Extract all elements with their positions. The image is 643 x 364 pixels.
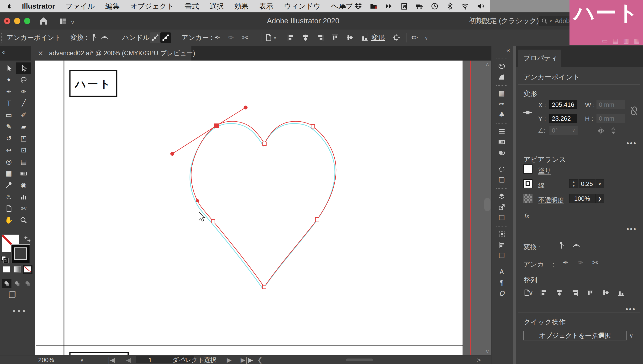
handle-end[interactable]	[196, 200, 199, 202]
prop-align-left-button[interactable]	[538, 288, 549, 298]
selection-tool[interactable]	[2, 62, 16, 74]
none-button[interactable]	[23, 265, 33, 274]
opacity-panel-arrow[interactable]: ❯	[595, 194, 604, 203]
gradient-tool[interactable]	[16, 168, 31, 179]
y-field[interactable]: 23.262	[549, 114, 577, 123]
align-center-button[interactable]	[300, 32, 311, 43]
pen-tool[interactable]: ✒	[2, 86, 16, 98]
prop-cut-path-button[interactable]: ✄	[590, 258, 600, 268]
slice-tool[interactable]: ✄	[16, 202, 31, 214]
cut-path-button[interactable]: ✄	[240, 32, 250, 43]
first-artboard-icon[interactable]: |◀	[108, 357, 115, 363]
symbols-panel-icon[interactable]: ♣	[496, 110, 507, 119]
handle-end[interactable]	[244, 106, 247, 109]
scroll-down-icon[interactable]: ∨	[484, 349, 491, 354]
last-artboard-icon[interactable]: ▶|	[241, 357, 248, 363]
zoom-level[interactable]: 200%	[38, 356, 54, 364]
bluetooth-icon[interactable]	[446, 2, 454, 10]
eraser-tool[interactable]: ▰	[16, 121, 31, 132]
menu-type[interactable]: 書式	[179, 2, 204, 11]
appearance-panel-icon[interactable]	[496, 165, 507, 174]
fill-label[interactable]: 塗り	[538, 166, 551, 175]
menu-effect[interactable]: 効果	[229, 2, 254, 11]
symbol-sprayer-tool[interactable]: ♨	[2, 191, 16, 202]
prop-align-center-button[interactable]	[554, 288, 564, 298]
menu-view[interactable]: 表示	[254, 2, 279, 11]
fill-color-swatch[interactable]	[523, 164, 532, 174]
transform-link[interactable]: 変形	[371, 33, 385, 42]
default-fill-stroke-icon[interactable]	[1, 256, 8, 263]
align-right-button[interactable]	[315, 32, 326, 43]
stroke-panel-icon[interactable]	[496, 127, 507, 136]
next-artboard-icon[interactable]: ▶	[227, 357, 232, 363]
lasso-tool[interactable]	[16, 74, 31, 86]
menu-window[interactable]: ウィンドウ	[279, 2, 326, 11]
hide-handles-button[interactable]	[150, 32, 160, 43]
appearance-more-options[interactable]: •••	[626, 225, 637, 233]
prop-align-right-button[interactable]	[569, 288, 580, 298]
hand-tool[interactable]: ✋	[2, 214, 16, 226]
transparency-panel-icon[interactable]	[496, 148, 507, 157]
panel-grip[interactable]	[2, 33, 3, 42]
dropbox-icon[interactable]	[354, 2, 362, 10]
scroll-right-icon[interactable]: >	[476, 357, 481, 363]
artboard-tool[interactable]	[2, 202, 16, 214]
screen-mode-button[interactable]: ❐	[9, 291, 16, 299]
arrange-documents-chevron-icon[interactable]: ∨	[71, 20, 75, 25]
pathfinder-panel-icon[interactable]: ❒	[496, 252, 507, 260]
stroke-weight-field[interactable]: 0.25	[579, 179, 595, 188]
convert-to-smooth-button[interactable]	[99, 32, 110, 43]
gradient-button[interactable]	[13, 265, 22, 274]
menu-object[interactable]: オブジェクト	[125, 2, 179, 11]
prop-add-anchor-button[interactable]: ✒	[560, 258, 571, 268]
rectangle-tool[interactable]: ▭	[2, 109, 16, 121]
select-objects-button[interactable]: オブジェクトを一括選択	[523, 331, 626, 340]
stroke-swatch[interactable]	[12, 244, 30, 263]
stroke-color-swatch[interactable]	[523, 179, 532, 188]
rotate-tool[interactable]: ↺	[2, 132, 16, 144]
artboard-select[interactable]: ∨	[265, 34, 276, 42]
reference-point-icon[interactable]	[522, 107, 533, 118]
brushes-panel-icon[interactable]: ✏	[496, 100, 507, 108]
link-dimensions-icon[interactable]	[629, 106, 639, 116]
opentype-panel-icon[interactable]: O	[496, 290, 507, 298]
graphic-styles-panel-icon[interactable]: ❑	[496, 176, 507, 184]
draw-normal-button[interactable]	[2, 279, 12, 288]
apple-menu[interactable]	[0, 2, 17, 10]
width-tool[interactable]: ↔	[2, 144, 16, 156]
export-panel-icon[interactable]	[496, 203, 507, 212]
color-guide-panel-icon[interactable]	[496, 73, 507, 81]
pencil-options-icon[interactable]: ✏	[411, 34, 418, 42]
automator-icon[interactable]	[415, 2, 423, 10]
transform-more-options[interactable]: •••	[626, 139, 637, 147]
vertical-scrollbar[interactable]: ∧ ∨	[484, 62, 491, 354]
shape-builder-tool[interactable]: ◎	[2, 156, 16, 168]
fx-label[interactable]: fx.	[524, 213, 531, 220]
previous-artboard-icon[interactable]: ◀	[126, 357, 131, 363]
align-top-button[interactable]	[330, 32, 340, 43]
zoom-tool[interactable]	[16, 214, 31, 226]
draw-behind-button[interactable]	[13, 279, 22, 288]
paragraph-panel-icon[interactable]: ¶	[496, 279, 507, 287]
prop-align-top-button[interactable]	[585, 288, 595, 298]
arrange-documents-icon[interactable]	[59, 17, 67, 25]
curvature-tool[interactable]: ✑	[16, 86, 31, 98]
stroke-weight-chevron[interactable]: ∨	[595, 179, 604, 188]
prop-remove-anchor-button[interactable]: ✑	[575, 258, 586, 268]
eyedropper-tool[interactable]	[2, 179, 16, 191]
swatches-panel-icon[interactable]: ▦	[496, 89, 507, 98]
tab-properties[interactable]: プロパティ	[518, 50, 561, 67]
gradient-panel-icon[interactable]	[496, 138, 507, 146]
prop-align-middle-button[interactable]	[600, 288, 611, 298]
align-left-button[interactable]	[286, 32, 296, 43]
edit-toolbar-button[interactable]: •••	[12, 308, 27, 315]
horizontal-scrollbar-thumb[interactable]	[346, 358, 373, 362]
align-panel-icon[interactable]	[496, 241, 507, 249]
wifi-icon[interactable]	[461, 2, 469, 10]
dock-scroll-strip[interactable]	[513, 46, 516, 364]
volume-icon[interactable]	[476, 2, 485, 10]
isolate-icon[interactable]	[392, 33, 400, 42]
zoom-chevron-icon[interactable]: ∨	[80, 358, 84, 362]
canvas[interactable]: ハート	[35, 60, 492, 355]
align-more-options[interactable]: •••	[625, 305, 636, 313]
